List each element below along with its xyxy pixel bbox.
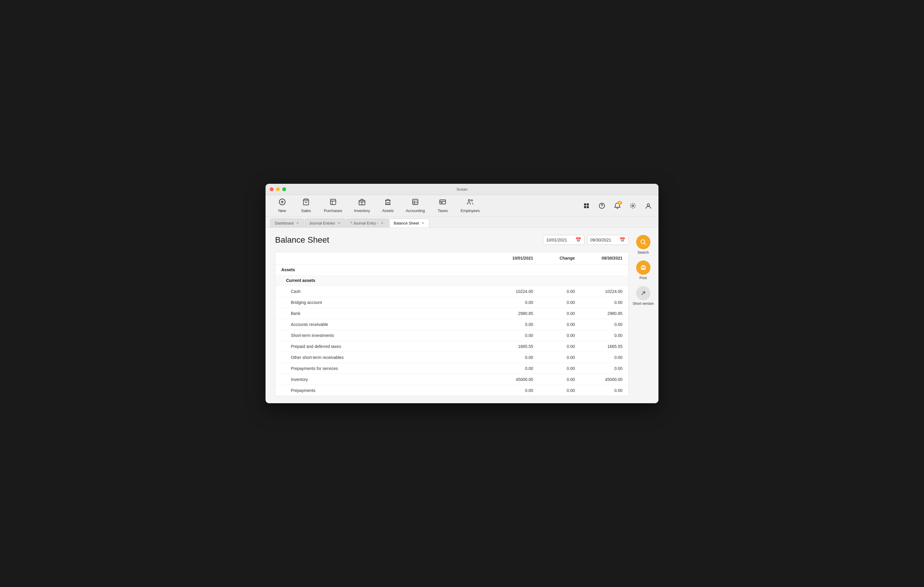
table-row: Inventory 45000.00 0.00 45000.00 [276,374,629,385]
tab-dashboard-close[interactable]: ✕ [295,221,300,225]
date-input-1-wrap: 📅 [543,235,585,245]
close-button[interactable] [270,187,274,191]
new-icon [279,198,286,207]
nav-item-taxes[interactable]: Taxes [431,196,455,215]
purchases-icon [330,198,337,207]
subsection-current-assets: Current assets [276,275,629,286]
accounting-icon [412,198,419,207]
assets-icon [384,198,391,207]
nav-label-taxes: Taxes [437,209,448,213]
calendar-icon-2[interactable]: 📅 [619,237,625,243]
svg-point-26 [647,204,650,206]
table-row: Bridging account 0.00 0.00 0.00 [276,297,629,308]
tab-journal-entries[interactable]: Journal Entries ✕ [305,219,346,227]
date-input-1[interactable] [546,238,573,242]
tab-dashboard[interactable]: Dashboard ✕ [270,219,304,227]
main-wrapper: Balance Sheet 📅 📅 10/01/2 [266,228,658,403]
page-title: Balance Sheet [275,235,329,245]
svg-point-25 [632,205,634,207]
print-tool-button[interactable]: Print [636,260,650,280]
nav-item-new[interactable]: New [270,196,294,215]
navbar: New Sales [266,195,658,217]
svg-rect-19 [584,203,586,206]
svg-rect-9 [387,202,389,205]
col-header-name [281,256,485,260]
tab-balance-sheet-label: Balance Sheet [394,221,419,225]
tab-journal-entries-label: Journal Entries [309,221,335,225]
calendar-icon-1[interactable]: 📅 [576,237,581,243]
sales-icon [302,198,310,207]
bell-badge: 0 [617,201,622,205]
col-header-change: Change [533,256,575,260]
taxes-icon [439,198,446,207]
svg-point-18 [471,200,473,201]
maximize-button[interactable] [282,187,286,191]
date-input-2[interactable] [590,238,617,242]
minimize-button[interactable] [276,187,280,191]
traffic-lights [270,187,286,191]
svg-rect-16 [441,202,443,203]
date-input-2-wrap: 📅 [587,235,629,245]
tabs-bar: Dashboard ✕ Journal Entries ✕ * Journal … [266,217,658,228]
search-tool-button[interactable]: Search [636,235,650,255]
nav-item-sales[interactable]: Sales [294,196,318,215]
settings-button[interactable] [627,201,638,211]
short-version-tool-button[interactable]: Short version [633,286,654,306]
search-circle [636,235,650,249]
col-header-date1: 10/01/2021 [485,256,533,260]
col-header-date2: 09/30/2021 [575,256,622,260]
bell-button[interactable]: 0 [612,201,623,211]
table-row: Accounts receivable 0.00 0.00 0.00 [276,319,629,330]
short-version-label: Short version [633,301,654,306]
employees-icon [467,198,474,207]
table-row: Other short-term receivables 0.00 0.00 0… [276,352,629,363]
table-row: Prepayments for services 0.00 0.00 0.00 [276,363,629,374]
balance-sheet-table: 10/01/2021 Change 09/30/2021 Assets Curr… [275,252,629,396]
nav-label-inventory: Inventory [354,209,370,213]
nav-item-inventory[interactable]: Inventory [348,196,376,215]
svg-rect-10 [412,199,418,205]
svg-point-24 [602,207,602,207]
nav-label-assets: Assets [382,209,394,213]
table-row: Prepaid and deferred taxes 1665.55 0.00 … [276,341,629,352]
table-header-row: 10/01/2021 Change 09/30/2021 [276,252,629,264]
user-button[interactable] [643,201,654,211]
titlebar: Susan [266,184,658,195]
tab-journal-entry-close[interactable]: ✕ [380,221,384,225]
help-button[interactable] [597,201,607,211]
table-row: Bank 2980.85 0.00 2980.85 [276,308,629,319]
table-row: Prepayments 0.00 0.00 0.00 [276,385,629,396]
tab-journal-entry[interactable]: * Journal Entry - ✕ [346,219,388,227]
tab-journal-entries-close[interactable]: ✕ [337,221,341,225]
main-content: Balance Sheet 📅 📅 10/01/2 [266,228,658,403]
svg-rect-30 [642,268,645,270]
section-assets: Assets [276,264,629,275]
nav-item-accounting[interactable]: Accounting [400,196,431,215]
nav-item-purchases[interactable]: Purchases [318,196,348,215]
page-header: Balance Sheet 📅 📅 [275,235,629,245]
apps-button[interactable] [581,201,592,211]
nav-item-assets[interactable]: Assets [376,196,400,215]
nav-label-purchases: Purchases [324,209,342,213]
nav-item-employees[interactable]: Employees [455,196,485,215]
nav-label-new: New [278,209,286,213]
tab-balance-sheet[interactable]: Balance Sheet ✕ [389,219,429,227]
svg-rect-21 [584,206,586,208]
table-row: Cash 10224.00 0.00 10224.00 [276,286,629,297]
nav-label-accounting: Accounting [406,209,425,213]
tab-dashboard-label: Dashboard [275,221,294,225]
table-row: Short-term investments 0.00 0.00 0.00 [276,330,629,341]
inventory-icon [358,198,366,207]
window-title: Susan [457,187,468,191]
print-tool-label: Print [639,276,647,280]
nav-label-employees: Employees [460,209,480,213]
short-version-circle [636,286,650,300]
tab-balance-sheet-close[interactable]: ✕ [421,221,425,225]
search-tool-label: Search [638,250,649,255]
nav-items: New Sales [270,196,581,215]
svg-rect-4 [330,199,336,205]
svg-rect-20 [587,203,589,206]
svg-rect-22 [587,206,589,208]
sidebar-tools: Search Print [633,235,654,306]
svg-rect-14 [440,200,446,204]
